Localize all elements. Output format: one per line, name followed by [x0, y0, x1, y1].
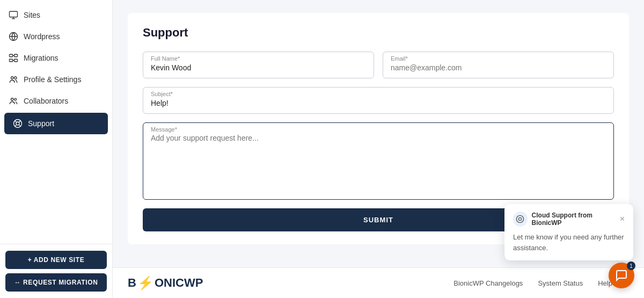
footer-link-changelogs[interactable]: BionicWP Changelogs [453, 279, 523, 287]
full-name-label: Full Name* [151, 55, 366, 62]
svg-point-11 [14, 77, 17, 79]
collaborators-icon [9, 96, 18, 106]
add-new-site-button[interactable]: + ADD NEW SITE [5, 251, 107, 269]
sidebar-item-sites-label: Sites [24, 11, 40, 19]
subject-row: Subject* [143, 87, 614, 114]
message-field: Message* [143, 122, 614, 200]
sidebar-item-collaborators[interactable]: Collaborators [0, 90, 112, 112]
svg-point-12 [11, 98, 14, 101]
sidebar-item-wordpress-label: Wordpress [24, 32, 60, 41]
footer-link-status[interactable]: System Status [538, 279, 583, 287]
svg-point-15 [16, 122, 19, 125]
sidebar-item-sites[interactable]: Sites [0, 4, 112, 26]
svg-line-16 [15, 121, 17, 122]
svg-point-13 [14, 98, 17, 100]
subject-field: Subject* [143, 87, 614, 114]
chat-popup-header: Cloud Support from BionicWP × [513, 212, 625, 227]
email-field: Email* [383, 52, 614, 78]
page-title: Support [143, 26, 614, 40]
support-icon [13, 119, 23, 128]
chat-popup-message: Let me know if you need any further assi… [513, 232, 625, 253]
logo-lightning: ⚡ [137, 275, 153, 290]
svg-line-17 [19, 125, 20, 126]
email-input[interactable] [391, 63, 606, 72]
sidebar-item-migrations-label: Migrations [24, 54, 58, 62]
sidebar-nav: Sites Wordpress [0, 0, 112, 244]
request-migration-button[interactable]: ↔ REQUEST MIGRATION [5, 273, 107, 292]
email-label: Email* [391, 55, 606, 62]
footer-logo: B ⚡ ONICWP [128, 275, 203, 290]
svg-rect-6 [10, 59, 13, 62]
logo-onicwp: ONICWP [155, 276, 203, 290]
logo-b: B [128, 276, 136, 290]
svg-point-22 [519, 217, 522, 220]
sidebar-item-collaborators-label: Collaborators [24, 97, 68, 105]
message-input[interactable] [151, 134, 606, 192]
footer: B ⚡ ONICWP BionicWP Changelogs System St… [113, 267, 644, 298]
subject-label: Subject* [151, 91, 606, 97]
svg-rect-7 [14, 59, 18, 62]
svg-line-20 [15, 125, 17, 126]
chat-fab-button[interactable]: 1 [609, 263, 634, 288]
monitor-icon [9, 10, 18, 20]
sidebar-item-support[interactable]: Support [4, 113, 108, 134]
chat-brand-icon [513, 212, 528, 227]
migrations-icon [9, 53, 18, 63]
profile-icon [9, 75, 18, 84]
name-email-row: Full Name* Email* [143, 52, 614, 78]
sidebar-item-profile-label: Profile & Settings [24, 75, 81, 84]
full-name-input[interactable] [151, 63, 366, 72]
sidebar-item-support-label: Support [28, 119, 54, 128]
svg-point-21 [517, 215, 524, 222]
svg-line-19 [19, 121, 20, 122]
chat-popup: Cloud Support from BionicWP × Let me kno… [504, 204, 633, 260]
chat-close-button[interactable]: × [620, 215, 625, 223]
chat-badge-count: 1 [627, 261, 635, 270]
wordpress-icon [9, 32, 18, 41]
message-label: Message* [151, 126, 606, 133]
chat-brand: Cloud Support from BionicWP [513, 212, 620, 227]
sidebar-item-wordpress[interactable]: Wordpress [0, 26, 112, 47]
sidebar-item-migrations[interactable]: Migrations [0, 47, 112, 69]
chat-popup-title: Cloud Support from BionicWP [532, 212, 620, 227]
svg-rect-0 [10, 11, 18, 17]
svg-point-10 [11, 77, 14, 79]
full-name-field: Full Name* [143, 52, 374, 78]
svg-rect-5 [14, 54, 18, 57]
sidebar: Sites Wordpress [0, 0, 113, 298]
sidebar-bottom: + ADD NEW SITE ↔ REQUEST MIGRATION [0, 244, 112, 298]
svg-rect-4 [10, 54, 13, 57]
sidebar-item-profile[interactable]: Profile & Settings [0, 69, 112, 90]
subject-input[interactable] [151, 99, 606, 107]
